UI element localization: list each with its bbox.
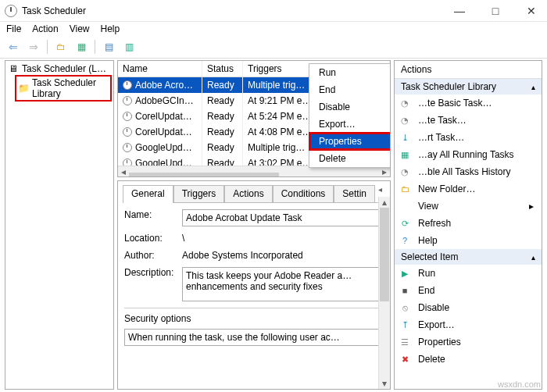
ctx-properties[interactable]: Properties [309, 133, 391, 150]
action--te-task-[interactable]: ◔…te Task… [395, 112, 542, 129]
tab-conditions[interactable]: Conditions [273, 185, 334, 203]
maximize-button[interactable]: □ [484, 5, 506, 17]
tab-general[interactable]: General [123, 185, 173, 203]
scroll-thumb[interactable] [129, 173, 279, 178]
col-status[interactable]: Status [202, 61, 243, 77]
general-form: Name: Adobe Acrobat Update Task Location… [123, 203, 385, 347]
scroll-down-icon[interactable]: ▾ [379, 378, 390, 389]
menu-action[interactable]: Action [32, 23, 58, 34]
description-field[interactable]: This task keeps your Adobe Reader a… enh… [182, 267, 384, 301]
security-user-field: When running the task, use the following… [124, 329, 384, 346]
ctx-delete[interactable]: Delete [309, 150, 391, 167]
action-label: Run [418, 268, 435, 279]
runp-icon: ▶ [399, 268, 410, 279]
action--ble-all-tasks-history[interactable]: ◔…ble All Tasks History [395, 163, 542, 180]
tab-settings[interactable]: Settin [334, 185, 375, 203]
chevron-right-icon: ▸ [529, 201, 534, 212]
watermark: wsxdn.com [498, 380, 541, 389]
action-refresh[interactable]: ⟳Refresh [395, 215, 542, 232]
ctx-disable[interactable]: Disable [309, 98, 391, 116]
app-icon [5, 5, 17, 17]
scroll-up-icon[interactable]: ▴ [379, 197, 390, 208]
actions-title: Actions [395, 61, 542, 79]
action-run[interactable]: ▶Run [395, 265, 542, 282]
close-button[interactable]: ✕ [520, 5, 542, 17]
scroll-left-icon[interactable]: ◂ [118, 166, 129, 177]
tree-library-label: Task Scheduler Library [32, 77, 109, 99]
action-label: Refresh [418, 218, 451, 229]
tree-root[interactable]: 🖥 Task Scheduler (Local) [7, 62, 112, 75]
end-icon: ■ [399, 285, 410, 296]
tree-pane: 🖥 Task Scheduler (Local) 📁 Task Schedule… [5, 60, 114, 390]
window-title: Task Scheduler [22, 5, 449, 16]
actions-section-selected[interactable]: Selected Item ▴ [395, 249, 542, 265]
window-controls: — □ ✕ [449, 5, 542, 17]
clock-icon [123, 96, 132, 105]
author-label: Author: [124, 250, 182, 261]
play-icon: ▦ [399, 149, 410, 160]
details-vscroll[interactable]: ▴ ▾ [378, 197, 390, 389]
action-view[interactable]: View▸ [395, 198, 542, 215]
back-button[interactable]: ⇐ [5, 39, 22, 55]
folder-icon: 🗀 [399, 184, 410, 194]
ctx-export[interactable]: Export… [309, 116, 391, 133]
toolbar-separator [95, 40, 95, 54]
action-label: …rt Task… [418, 132, 464, 143]
folder-icon: 📁 [18, 83, 29, 94]
menu-help[interactable]: Help [101, 23, 120, 34]
tab-actions[interactable]: Actions [224, 185, 272, 203]
action-disable[interactable]: ⦸Disable [395, 299, 542, 316]
calendar-icon[interactable]: ▦ [73, 39, 90, 55]
clock-icon [123, 127, 132, 137]
show-hide-tree-button[interactable]: 🗀 [52, 39, 70, 55]
tree-library[interactable]: 📁 Task Scheduler Library [15, 75, 112, 102]
action-properties[interactable]: ☰Properties [395, 333, 542, 351]
action-label: …te Task… [418, 115, 467, 126]
computer-icon: 🖥 [9, 63, 19, 74]
description-label: Description: [124, 267, 182, 278]
col-name[interactable]: Name [118, 61, 202, 77]
grid-icon[interactable]: ▤ [100, 39, 117, 55]
minimize-button[interactable]: — [449, 5, 470, 17]
center-pane: Name Status Triggers Adobe Acrob…ReadyMu… [117, 60, 391, 390]
action-delete[interactable]: ✖Delete [395, 351, 542, 368]
menubar: File Action View Help [0, 22, 547, 37]
action-new-folder-[interactable]: 🗀New Folder… [395, 180, 542, 198]
scroll-thumb-v[interactable] [380, 208, 389, 301]
collapse-icon: ▴ [531, 253, 535, 262]
action-label: Delete [418, 354, 445, 365]
action--ay-all-running-tasks[interactable]: ▦…ay All Running Tasks [395, 146, 542, 163]
tab-triggers[interactable]: Triggers [173, 185, 225, 203]
scroll-track-v[interactable] [379, 208, 390, 378]
action-label: …ble All Tasks History [418, 166, 510, 177]
menu-file[interactable]: File [6, 23, 21, 34]
tree-root-label: Task Scheduler (Local) [22, 63, 110, 74]
action-end[interactable]: ■End [395, 282, 542, 299]
run-icon[interactable]: ▥ [120, 39, 138, 55]
titlebar: Task Scheduler — □ ✕ [0, 0, 547, 22]
prop-icon: ☰ [399, 337, 410, 347]
ctx-run[interactable]: Run [309, 64, 391, 81]
forward-button: ⇒ [25, 39, 42, 55]
actions-section-selected-label: Selected Item [401, 251, 458, 262]
action-label: View [418, 201, 438, 212]
location-label: Location: [124, 233, 182, 244]
name-field[interactable]: Adobe Acrobat Update Task [182, 209, 384, 226]
action-export-[interactable]: ⤒Export… [395, 316, 542, 333]
actions-section-library[interactable]: Task Scheduler Library ▴ [395, 79, 542, 94]
action--te-basic-task-[interactable]: ◔…te Basic Task… [395, 94, 542, 112]
menu-view[interactable]: View [70, 23, 90, 34]
action-help[interactable]: ?Help [395, 232, 542, 249]
toolbar: ⇐ ⇒ 🗀 ▦ ▤ ▥ [0, 37, 547, 59]
task-list: Name Status Triggers Adobe Acrob…ReadyMu… [117, 60, 391, 177]
action--rt-task-[interactable]: ⤓…rt Task… [395, 129, 542, 146]
ctx-end[interactable]: End [309, 81, 391, 98]
clock-icon: ◔ [399, 166, 410, 177]
clock-icon [123, 112, 132, 121]
clock-icon [123, 143, 132, 152]
clock-icon: ◔ [399, 115, 410, 126]
context-menu: Run End Disable Export… Properties Delet… [309, 63, 391, 168]
action-label: Export… [418, 319, 455, 330]
actions-pane: Actions Task Scheduler Library ▴ ◔…te Ba… [394, 60, 542, 390]
action-label: Properties [418, 337, 461, 347]
